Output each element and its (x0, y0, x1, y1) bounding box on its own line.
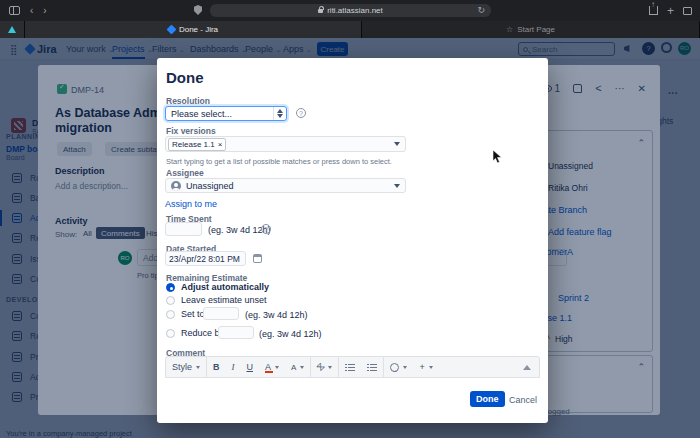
fix-versions-label: Fix versions (166, 126, 216, 136)
resolution-info-icon[interactable]: ? (296, 108, 306, 118)
italic-button[interactable]: I (226, 362, 241, 372)
tab-start-page[interactable]: ☆ Start Page (362, 21, 700, 38)
radio-icon (166, 283, 175, 292)
link-icon: ⧖ (314, 360, 327, 373)
assignee-label: Assignee (166, 168, 204, 178)
bullet-list-button[interactable] (339, 363, 361, 372)
chevron-down-icon (394, 142, 400, 146)
emoji-icon (390, 363, 399, 372)
time-spent-info-icon[interactable]: ? (261, 224, 271, 234)
bullet-list-icon (345, 363, 355, 372)
url-text: riti.atlassian.net (327, 6, 383, 15)
screen: ‹ › riti.atlassian.net ↻ + Done - Jira ☆… (0, 0, 700, 438)
numbered-list-icon (367, 363, 377, 372)
forward-icon[interactable]: › (43, 5, 46, 16)
tab-done-jira[interactable]: Done - Jira (25, 21, 362, 38)
remove-tag-icon[interactable]: × (218, 140, 223, 149)
dialog-title: Done (166, 69, 204, 86)
done-dialog: Done Resolution Please select... ? Fix v… (157, 58, 548, 423)
radio-icon (166, 310, 175, 319)
tab-overview-icon[interactable] (683, 7, 692, 15)
person-icon (171, 181, 181, 191)
underline-button[interactable]: U (241, 362, 260, 372)
resolution-select[interactable]: Please select... (165, 106, 287, 121)
fix-versions-field[interactable]: Release 1.1× (165, 136, 406, 152)
radio-set-to[interactable]: Set to (166, 309, 205, 319)
done-button[interactable]: Done (470, 391, 505, 407)
tab-title: Done - Jira (179, 25, 218, 34)
expand-editor-icon[interactable] (523, 365, 531, 370)
atlassian-logo-icon (8, 26, 16, 33)
new-tab-icon[interactable]: + (667, 4, 674, 18)
set-to-input[interactable] (203, 307, 239, 320)
share-icon[interactable] (649, 6, 658, 15)
emoji-button[interactable] (384, 363, 413, 372)
sidebar-toggle-icon[interactable] (9, 6, 20, 15)
text-color-button[interactable]: A (259, 362, 285, 372)
fix-versions-help: Start typing to get a list of possible m… (166, 157, 392, 166)
insert-more-button[interactable]: + (413, 362, 438, 372)
chevron-down-icon (394, 184, 400, 188)
pinned-tab-atlassian[interactable] (0, 21, 25, 38)
privacy-shield-icon[interactable] (194, 5, 202, 15)
link-button[interactable]: ⧖ (311, 361, 338, 373)
style-dropdown[interactable]: Style (166, 362, 206, 372)
time-spent-input[interactable] (165, 222, 202, 236)
reduce-by-input[interactable] (218, 326, 254, 339)
assignee-select[interactable]: Unassigned (165, 178, 406, 193)
tab-title: Start Page (517, 25, 555, 34)
radio-adjust-automatically[interactable]: Adjust automatically (166, 282, 269, 292)
reload-icon[interactable]: ↻ (477, 5, 485, 15)
lock-icon (318, 9, 323, 13)
star-icon: ☆ (506, 25, 513, 34)
fix-version-tag[interactable]: Release 1.1× (168, 138, 226, 151)
text-styles-button[interactable]: A (285, 363, 310, 372)
assign-to-me-link[interactable]: Assign to me (165, 199, 217, 209)
mouse-cursor (492, 150, 504, 164)
comment-toolbar: Style B I U A A ⧖ + (165, 356, 540, 378)
tab-bar: Done - Jira ☆ Start Page (0, 21, 700, 38)
back-icon[interactable]: ‹ (30, 5, 33, 16)
cancel-button[interactable]: Cancel (509, 395, 537, 405)
resolution-label: Resolution (166, 96, 210, 106)
jira-favicon-icon (166, 25, 176, 35)
date-started-input[interactable]: 23/Apr/22 8:01 PM (165, 251, 246, 266)
address-bar[interactable]: riti.atlassian.net ↻ (210, 4, 491, 17)
calendar-icon[interactable] (253, 254, 262, 263)
bold-button[interactable]: B (207, 362, 226, 372)
radio-icon (166, 329, 175, 338)
select-stepper-icon (273, 107, 286, 120)
radio-icon (166, 296, 175, 305)
radio-reduce-by[interactable]: Reduce by (166, 328, 224, 338)
comment-editor[interactable] (165, 378, 540, 388)
browser-toolbar: ‹ › riti.atlassian.net ↻ + (0, 0, 700, 21)
numbered-list-button[interactable] (361, 363, 383, 372)
radio-leave-estimate-unset[interactable]: Leave estimate unset (166, 295, 267, 305)
